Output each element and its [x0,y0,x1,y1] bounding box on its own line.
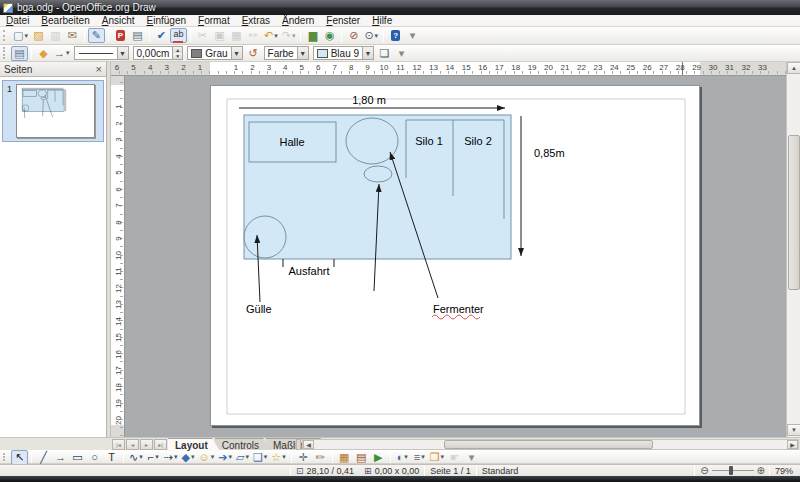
zoom-in-icon[interactable]: ⊕ [757,466,765,476]
line-dialog-icon[interactable]: ◆ [35,46,52,61]
spellcheck-icon[interactable]: ✔ [153,28,170,43]
styles-window-icon[interactable]: ▤ [11,46,28,61]
connector-icon[interactable]: ⌐▾ [145,450,162,465]
chevron-down-icon[interactable]: ▼ [117,47,128,59]
lines-arrows-icon[interactable]: ⇢▾ [162,450,180,465]
line-color-select[interactable]: Grau ▼ [187,46,242,60]
slide-style-field[interactable]: Standard [477,465,695,477]
block-arrows-icon[interactable]: ➔▾ [216,450,234,465]
callouts-icon[interactable]: ❑▾ [251,450,269,465]
fill-color-select[interactable]: Blau 9 ▼ [313,46,374,60]
drawing-page[interactable]: Halle Silo 1 Silo 2 Ausfahrt 1,80 m 0,85… [210,85,700,426]
scroll-right-icon[interactable]: ▶ [787,440,798,449]
alignment-icon[interactable]: ≡▾ [411,450,428,465]
fermenter-label[interactable]: Fermenter [433,303,484,315]
zoom-slider[interactable]: ⊖ ⊕ [695,465,769,477]
chart-icon[interactable]: ▆ [304,28,321,43]
zoom-slider-track[interactable] [712,470,754,471]
tab-scrollbar-splitter[interactable] [296,439,301,450]
export-pdf-icon[interactable]: P [112,28,129,43]
area-style-select[interactable]: Farbe ▼ [264,46,309,60]
toolbar-options-icon[interactable]: ▾ [393,46,410,61]
menu-format[interactable]: Format [192,15,236,27]
menu-ändern[interactable]: Ändern [276,15,320,27]
drawing-canvas[interactable]: Halle Silo 1 Silo 2 Ausfahrt 1,80 m 0,85… [125,76,786,437]
scroll-up-icon[interactable]: ▲ [787,62,800,74]
menu-hilfe[interactable]: Hilfe [366,15,398,27]
symbol-shapes-icon[interactable]: ☺▾ [196,450,216,465]
toolbar-handle[interactable] [3,453,8,461]
tab-layout[interactable]: Layout [168,438,220,451]
chevron-down-icon[interactable]: ▼ [231,47,242,59]
chevron-down-icon[interactable]: ▼ [297,47,308,59]
menu-extras[interactable]: Extras [236,15,276,27]
toolbar-options-icon[interactable]: ▾ [463,450,480,465]
zoom-pan-icon[interactable]: ⊘ [345,28,362,43]
rotate-icon[interactable]: ↺ [245,46,262,61]
ausfahrt-label[interactable]: Ausfahrt [289,265,330,277]
edit-file-icon[interactable]: ✎ [88,28,105,43]
menu-ansicht[interactable]: Ansicht [96,15,141,27]
horizontal-scrollbar[interactable]: ◀ ▶ [302,439,799,450]
navigator-icon[interactable]: ◉ [321,28,338,43]
menu-bearbeiten[interactable]: Bearbeiten [35,15,95,27]
menu-datei[interactable]: Datei [0,15,35,27]
insert-picture-icon[interactable]: ▦ [336,450,353,465]
shadow-icon[interactable]: ❏ [376,46,393,61]
help-icon[interactable]: ? [387,28,404,43]
scroll-down-icon[interactable]: ▼ [787,424,800,436]
flowchart-icon[interactable]: ▱▾ [234,450,251,465]
undo-icon[interactable]: ↶▾ [262,28,280,43]
open-folder-icon[interactable]: ▨ [30,28,47,43]
gallery-icon[interactable]: ▤ [353,450,370,465]
zoom-percent-value[interactable]: 79% [770,465,800,477]
previous-page-icon[interactable]: ◂ [126,439,139,450]
vertical-scrollbar[interactable]: ▲ ▼ [786,62,800,437]
toolbar-handle[interactable] [3,30,8,42]
media-icon[interactable]: ▶ [370,450,387,465]
line-width-spinner[interactable]: 0,00cm ▲▼ [133,46,184,60]
halle-label[interactable]: Halle [279,136,304,148]
rectangle-icon[interactable]: ▭ [69,450,86,465]
edit-points-icon[interactable]: ✛ [295,450,312,465]
stars-icon[interactable]: ☆▾ [269,450,287,465]
close-icon[interactable]: × [96,64,102,74]
silo2-label[interactable]: Silo 2 [464,135,492,147]
curve-icon[interactable]: ∿▾ [127,450,145,465]
new-document-icon[interactable]: ▢▾ [11,28,30,43]
glue-points-icon[interactable]: ✏ [312,450,329,465]
arrow-style-icon[interactable]: →▾ [52,46,72,61]
menu-einfügen[interactable]: Einfügen [141,15,192,27]
page-thumbnail[interactable] [16,84,95,138]
print-icon[interactable]: ▤ [129,28,146,43]
text-icon[interactable]: T [103,450,120,465]
zoom-slider-thumb[interactable] [729,466,733,475]
select-icon[interactable]: ↖ [11,450,28,465]
page-thumbnail-item[interactable]: 1 [2,80,104,142]
last-page-icon[interactable]: ▸| [154,439,167,450]
toolbar-options-icon[interactable]: ▾ [404,28,421,43]
first-page-icon[interactable]: |◂ [112,439,125,450]
horizontal-scrollbar-thumb[interactable] [444,440,653,449]
zoom-out-icon[interactable]: ⊖ [700,466,708,476]
auto-spellcheck-icon[interactable]: ab [170,28,187,43]
next-page-icon[interactable]: ▸ [140,439,153,450]
horizontal-ruler[interactable]: 6543211234567891011121314151617181920212… [111,62,786,76]
ellipse-icon[interactable]: ○ [86,450,103,465]
line-style-select[interactable]: ▼ [74,46,129,60]
effects-icon[interactable]: ◐▾ [394,450,411,465]
width-dimension-label[interactable]: 1,80 m [352,94,386,106]
height-dimension-label[interactable]: 0,85m [534,147,565,159]
spin-down-icon[interactable]: ▼ [173,53,182,59]
scroll-left-icon[interactable]: ◀ [303,440,314,449]
silo1-label[interactable]: Silo 1 [415,135,443,147]
zoom-icon[interactable]: ⊙▾ [362,28,380,43]
basic-shapes-icon[interactable]: ◆▾ [179,450,196,465]
arrange-icon[interactable]: ❐▾ [428,450,446,465]
email-icon[interactable]: ✉ [64,28,81,43]
line-icon[interactable]: ╱ [35,450,52,465]
menu-fenster[interactable]: Fenster [320,15,366,27]
vertical-scrollbar-thumb[interactable] [788,135,800,290]
toolbar-handle[interactable] [3,47,8,58]
chevron-down-icon[interactable]: ▼ [362,47,373,59]
